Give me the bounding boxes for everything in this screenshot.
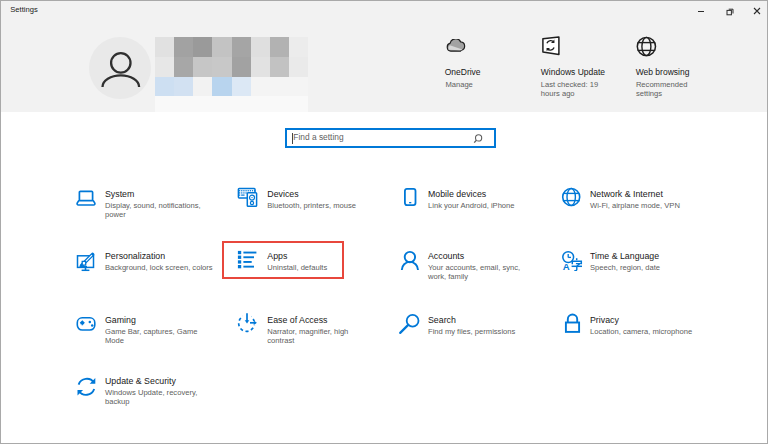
svg-text:A: A bbox=[563, 261, 570, 271]
